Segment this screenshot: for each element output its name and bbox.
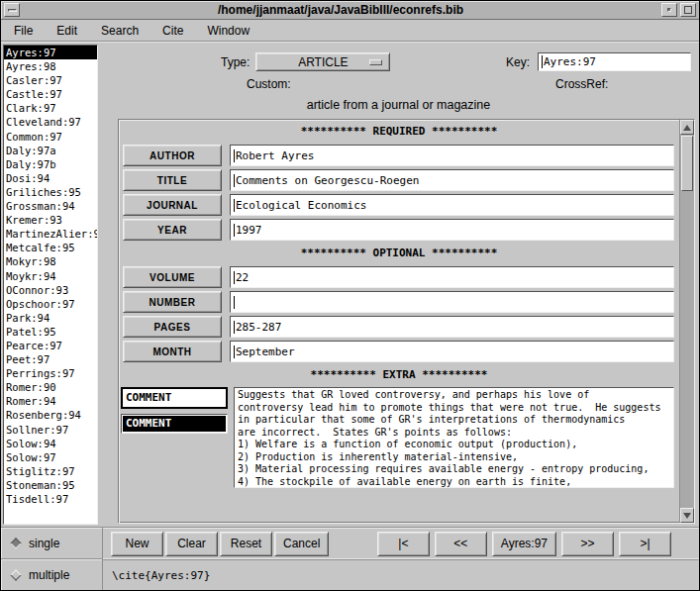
list-item[interactable]: Romer:94 — [4, 394, 97, 408]
list-item[interactable]: Rosenberg:94 — [4, 408, 97, 422]
form-scrollbar[interactable] — [679, 120, 694, 523]
required-fields: AUTHORRobert AyresTITLEComments on Georg… — [119, 142, 679, 244]
extra-field-list-item[interactable]: COMMENT — [123, 416, 226, 432]
mode-multiple-label: multiple — [29, 568, 69, 582]
key-input[interactable]: Ayres:97 — [538, 52, 691, 71]
list-item[interactable]: Ayres:97 — [4, 46, 97, 59]
menu-search[interactable]: Search — [101, 24, 139, 38]
list-item[interactable]: Stiglitz:97 — [4, 464, 97, 478]
list-item[interactable]: Peet:97 — [4, 352, 97, 366]
type-dropdown[interactable]: ARTICLE — [255, 52, 390, 71]
scrollbar-track[interactable] — [680, 192, 694, 508]
comment-textarea[interactable]: Suggests that GR loved controversy, and … — [234, 387, 674, 488]
journal-field-label[interactable]: JOURNAL — [123, 194, 222, 216]
month-value: September — [236, 345, 295, 358]
list-item[interactable]: OConnor:93 — [4, 283, 97, 297]
list-item[interactable]: Stoneman:95 — [4, 478, 97, 492]
list-item[interactable]: Tisdell:97 — [4, 492, 97, 506]
list-item[interactable]: Romer:90 — [4, 380, 97, 394]
list-item[interactable]: Opschoor:97 — [4, 297, 97, 311]
list-item[interactable]: Clark:97 — [4, 101, 97, 115]
menu-file[interactable]: File — [14, 24, 33, 38]
iconify-button[interactable] — [661, 3, 677, 17]
month-field-label[interactable]: MONTH — [123, 341, 222, 362]
volume-field-label[interactable]: VOLUME — [123, 266, 222, 288]
list-item[interactable]: Solow:97 — [4, 450, 97, 464]
text-caret — [234, 345, 235, 358]
app-window: /home/jjanmaat/java/JavaBibIII/econrefs.… — [0, 0, 700, 591]
menu-edit[interactable]: Edit — [56, 24, 77, 38]
maximize-button[interactable] — [680, 3, 696, 17]
list-item[interactable]: Perrings:97 — [4, 366, 97, 380]
list-item[interactable]: Moykr:94 — [4, 269, 97, 283]
list-item[interactable]: Mokyr:98 — [4, 254, 97, 268]
clear-button[interactable]: Clear — [165, 532, 218, 556]
cancel-button[interactable]: Cancel — [274, 532, 329, 556]
list-item[interactable]: Grossman:94 — [4, 199, 97, 213]
footer-right: NewClearResetCancel |<<<Ayres:97>>>| \ci… — [103, 528, 699, 590]
list-item[interactable]: Ayres:98 — [4, 59, 97, 73]
titlebar[interactable]: /home/jjanmaat/java/JavaBibIII/econrefs.… — [1, 1, 699, 20]
list-item[interactable]: Metcalfe:95 — [4, 241, 97, 254]
month-input[interactable]: September — [230, 341, 674, 362]
button-row: NewClearResetCancel |<<<Ayres:97>>>| — [103, 528, 699, 560]
window-menu-button[interactable] — [4, 3, 20, 17]
list-item[interactable]: Castle:97 — [4, 87, 97, 101]
field-row-year: YEAR1997 — [123, 219, 674, 241]
nav-next-button[interactable]: >> — [561, 532, 614, 556]
pages-field-label[interactable]: PAGES — [123, 316, 222, 338]
list-item[interactable]: Dosi:94 — [4, 171, 97, 185]
list-item[interactable]: Kremer:93 — [4, 213, 97, 227]
pages-input[interactable]: 285-287 — [230, 316, 674, 338]
crossref-label: CrossRef: — [555, 77, 608, 91]
nav-first-button[interactable]: |< — [377, 532, 430, 556]
list-item[interactable]: Pearce:97 — [4, 339, 97, 352]
reset-button[interactable]: Reset — [220, 532, 272, 556]
scrollbar-thumb[interactable] — [681, 136, 693, 191]
title-field-label[interactable]: TITLE — [123, 169, 222, 191]
radio-diamond-icon — [10, 538, 21, 548]
mode-single-label: single — [29, 537, 59, 550]
scroll-down-arrow-icon[interactable] — [680, 508, 694, 523]
number-field-label[interactable]: NUMBER — [123, 291, 222, 313]
list-item[interactable]: Solow:94 — [4, 437, 97, 450]
nav-prev-button[interactable]: << — [435, 532, 487, 556]
author-input[interactable]: Robert Ayres — [230, 145, 674, 166]
mode-single-toggle[interactable]: single — [1, 528, 102, 558]
list-item[interactable]: Daly:97a — [4, 144, 97, 157]
nav-last-button[interactable]: >| — [619, 532, 671, 556]
mode-multiple-toggle[interactable]: multiple — [1, 558, 102, 590]
optional-fields: VOLUME22NUMBERPAGES285-287MONTHSeptember — [119, 263, 679, 365]
list-item[interactable]: MartinezAlier:9 — [4, 227, 97, 241]
journal-input[interactable]: Ecological Economics — [230, 194, 674, 216]
list-item[interactable]: Common:97 — [4, 130, 97, 144]
list-item[interactable]: Sollner:97 — [4, 423, 97, 437]
year-field-label[interactable]: YEAR — [123, 219, 222, 241]
title-input[interactable]: Comments on Georgescu-Roegen — [230, 169, 674, 191]
list-item[interactable]: Cleveland:97 — [4, 115, 97, 129]
menu-cite[interactable]: Cite — [162, 24, 183, 38]
scroll-up-arrow-icon[interactable] — [680, 120, 694, 135]
extra-field-list[interactable]: COMMENT — [121, 414, 228, 434]
menu-window[interactable]: Window — [207, 24, 250, 38]
option-menu-indicator-icon — [369, 59, 382, 65]
maximize-square-icon — [684, 6, 692, 14]
list-item[interactable]: Griliches:95 — [4, 185, 97, 199]
year-input[interactable]: 1997 — [230, 219, 674, 241]
volume-input[interactable]: 22 — [230, 266, 674, 288]
list-item[interactable]: Patel:95 — [4, 325, 97, 339]
list-item[interactable]: Park:94 — [4, 311, 97, 325]
field-row-author: AUTHORRobert Ayres — [123, 145, 674, 166]
author-field-label[interactable]: AUTHOR — [123, 145, 222, 166]
entry-list[interactable]: Ayres:97Ayres:98Casler:97Castle:97Clark:… — [3, 45, 98, 525]
extra-field-name-input[interactable]: COMMENT — [121, 387, 228, 409]
field-row-title: TITLEComments on Georgescu-Roegen — [123, 169, 674, 191]
author-value: Robert Ayres — [236, 149, 314, 162]
title-value: Comments on Georgescu-Roegen — [236, 174, 419, 187]
list-item[interactable]: Daly:97b — [4, 157, 97, 171]
list-item[interactable]: Casler:97 — [4, 73, 97, 87]
number-input[interactable] — [230, 291, 674, 313]
text-caret — [234, 296, 235, 309]
new-button[interactable]: New — [111, 532, 163, 556]
nav-current-key-button[interactable]: Ayres:97 — [492, 532, 556, 556]
